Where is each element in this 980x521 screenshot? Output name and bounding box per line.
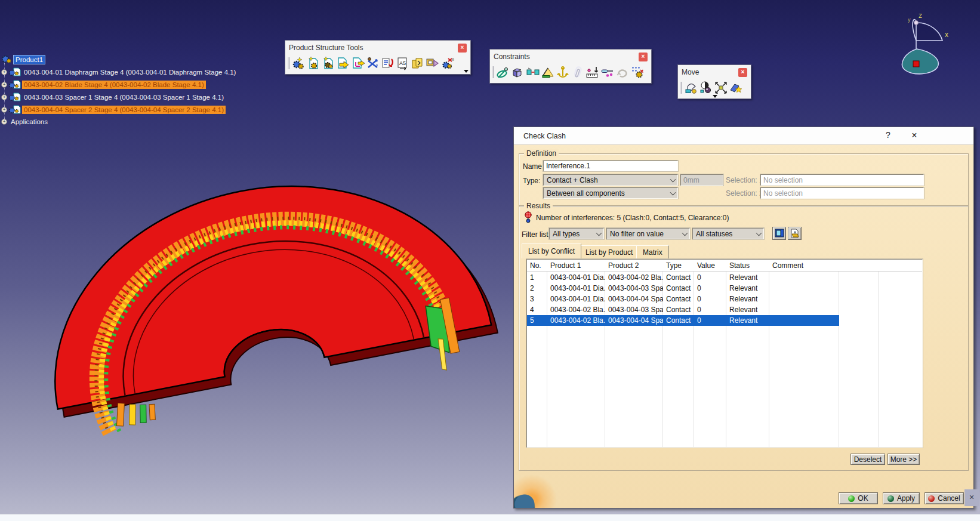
- visualization-toggle-button[interactable]: [772, 227, 786, 240]
- col-header: Type: [663, 261, 694, 270]
- apply-button[interactable]: Apply: [883, 492, 920, 504]
- table-row[interactable]: 30043-004-01 Dia...0043-004-04 Spa...Con…: [527, 294, 839, 304]
- definition-legend: Definition: [524, 149, 559, 158]
- ok-ball-icon: [848, 495, 855, 502]
- cell: 0043-004-02 Bla...: [547, 306, 605, 314]
- smart-move-icon[interactable]: [729, 81, 743, 95]
- toolbar-titlebar[interactable]: Product Structure Tools ×: [285, 41, 470, 55]
- filter-value-select[interactable]: No filter on value: [606, 228, 690, 239]
- cancel-label: Cancel: [938, 494, 960, 502]
- tree-item-label[interactable]: 0043-004-02 Blade Stage 4 (0043-004-02 B…: [22, 81, 206, 89]
- new-product-icon[interactable]: [306, 56, 320, 70]
- toolbar-titlebar[interactable]: Constraints ×: [490, 50, 651, 64]
- name-input[interactable]: Interference.1: [543, 161, 678, 171]
- toolbar-title: Constraints: [494, 53, 530, 61]
- filter-type-select[interactable]: All types: [549, 228, 604, 239]
- tab-list-by-conflict[interactable]: List by Conflict: [522, 243, 581, 258]
- reuse-pattern-icon[interactable]: [630, 65, 645, 79]
- cell: 0043-004-03 Spa...: [605, 306, 663, 314]
- expander-icon[interactable]: +: [1, 94, 7, 100]
- tree-root-label[interactable]: Product1: [13, 55, 45, 64]
- chevron-down-icon: [670, 189, 676, 195]
- ok-button[interactable]: OK: [839, 492, 878, 504]
- angle-constraint-icon[interactable]: [541, 65, 555, 79]
- existing-component-positioned-icon[interactable]: [351, 56, 365, 70]
- toolbar-title: Product Structure Tools: [289, 44, 363, 52]
- tree-root-product1[interactable]: Product1: [1, 54, 45, 65]
- fast-multi-instantiation-icon[interactable]: n: [440, 56, 455, 70]
- quick-constraint-icon[interactable]: [585, 65, 600, 79]
- close-icon[interactable]: ×: [908, 130, 921, 142]
- expander-icon[interactable]: +: [1, 82, 7, 88]
- 3d-compass[interactable]: z y x: [891, 10, 953, 82]
- tree-item-spacer1[interactable]: + 0043-004-03 Spacer 1 Stage 4 (0043-004…: [1, 92, 226, 103]
- manage-representations-icon[interactable]: [426, 56, 440, 70]
- close-icon[interactable]: ×: [639, 53, 648, 61]
- tree-item-spacer2[interactable]: + 0043-004-04 Spacer 2 Stage 4 (0043-004…: [1, 104, 226, 115]
- explode-icon[interactable]: [714, 81, 728, 95]
- tree-item-label[interactable]: 0043-004-01 Diaphragm Stage 4 (0043-004-…: [22, 68, 238, 76]
- drag-handle[interactable]: [680, 82, 682, 94]
- tab-list-by-product[interactable]: List by Product: [579, 245, 639, 258]
- table-row[interactable]: 10043-004-01 Dia...0043-004-02 Bla...Con…: [527, 272, 839, 283]
- toolbar-titlebar[interactable]: Move ×: [678, 65, 751, 79]
- cell: 0043-004-04 Spa...: [605, 316, 663, 325]
- 3d-model-diaphragm-assembly[interactable]: [24, 170, 525, 445]
- contact-constraint-icon[interactable]: [511, 65, 525, 79]
- close-icon[interactable]: ×: [458, 44, 467, 53]
- dialog-titlebar[interactable]: Check Clash: [514, 127, 973, 145]
- offset-constraint-icon[interactable]: [526, 65, 540, 79]
- manipulation-icon[interactable]: [684, 81, 698, 95]
- filter-status-select[interactable]: All statuses: [692, 228, 764, 239]
- fix-together-icon[interactable]: [571, 65, 585, 79]
- tree-item-applications[interactable]: + Applications: [1, 116, 50, 127]
- table-row-selected[interactable]: 50043-004-02 Bla...0043-004-04 Spa...Con…: [527, 315, 839, 326]
- expander-icon[interactable]: +: [1, 119, 7, 125]
- cell: Relevant: [726, 284, 769, 292]
- existing-component-icon[interactable]: [336, 56, 350, 70]
- drag-handle[interactable]: [492, 66, 494, 78]
- more-button[interactable]: More >>: [887, 454, 920, 465]
- selection1-input[interactable]: No selection: [760, 174, 924, 186]
- graph-tree-reordering-icon[interactable]: [381, 56, 395, 70]
- cancel-button[interactable]: Cancel: [924, 492, 964, 504]
- more-label: More >>: [890, 455, 917, 464]
- compass-origin-handle[interactable]: [913, 61, 919, 67]
- tree-item-label[interactable]: Applications: [9, 118, 50, 126]
- new-component-icon[interactable]: [291, 56, 306, 70]
- table-row[interactable]: 20043-004-01 Dia...0043-004-03 Spa...Con…: [527, 283, 839, 294]
- scope-select[interactable]: Between all components: [543, 187, 678, 199]
- change-constraint-icon[interactable]: [615, 65, 630, 79]
- expander-icon[interactable]: +: [1, 69, 7, 75]
- tree-item-diaphragm[interactable]: + 0043-004-01 Diaphragm Stage 4 (0043-00…: [1, 67, 238, 78]
- selective-load-icon[interactable]: [411, 56, 425, 70]
- tree-item-label[interactable]: 0043-004-03 Spacer 1 Stage 4 (0043-004-0…: [22, 93, 226, 101]
- tree-item-blade[interactable]: + 0043-004-02 Blade Stage 4 (0043-004-02…: [1, 79, 206, 90]
- generate-numbering-icon[interactable]: A5: [396, 56, 410, 70]
- type-select[interactable]: Contact + Clash: [543, 174, 678, 186]
- tab-label: List by Conflict: [528, 247, 575, 255]
- compass-top-handle[interactable]: [914, 21, 919, 25]
- tab-matrix[interactable]: Matrix: [636, 245, 669, 258]
- close-icon[interactable]: ×: [738, 68, 747, 77]
- selection2-input[interactable]: No selection: [760, 187, 924, 199]
- compass-y-label: y: [908, 17, 911, 23]
- coincidence-constraint-icon[interactable]: [496, 65, 510, 79]
- toolbar-overflow-arrow-icon[interactable]: [713, 95, 717, 98]
- new-part-icon[interactable]: [321, 56, 335, 70]
- tree-item-label[interactable]: 0043-004-04 Spacer 2 Stage 4 (0043-004-0…: [22, 106, 226, 114]
- toolbar-overflow-arrow-icon[interactable]: [464, 70, 469, 73]
- export-results-button[interactable]: [788, 227, 802, 240]
- col-header: Value: [694, 261, 726, 270]
- table-row[interactable]: 40043-004-02 Bla...0043-004-03 Spa...Con…: [527, 304, 839, 315]
- replace-component-icon[interactable]: [366, 56, 380, 70]
- help-icon[interactable]: ?: [882, 130, 895, 142]
- snap-icon[interactable]: [699, 81, 713, 95]
- anchor-constraint-icon[interactable]: [556, 65, 570, 79]
- expander-icon[interactable]: +: [1, 107, 7, 113]
- background-toolbar-close-icon[interactable]: ×: [964, 489, 979, 506]
- drag-handle[interactable]: [288, 57, 289, 69]
- blade-left-2: [130, 405, 136, 425]
- flexible-rigid-subassembly-icon[interactable]: [600, 65, 615, 79]
- deselect-button[interactable]: Deselect: [850, 454, 885, 465]
